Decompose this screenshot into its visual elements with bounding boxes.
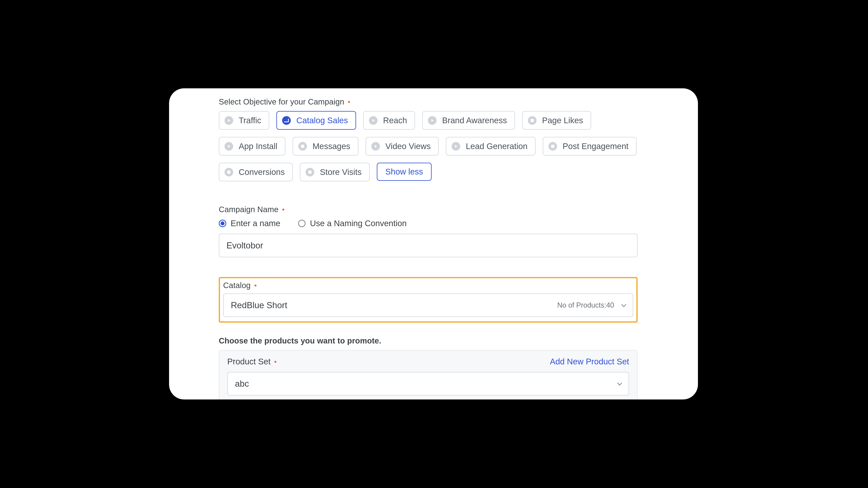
objective-traffic[interactable]: Traffic xyxy=(219,111,269,130)
objective-label-text: Select Objective for your Campaign xyxy=(219,97,344,106)
radio-label: Enter a name xyxy=(230,219,280,228)
required-dot-icon xyxy=(282,208,284,210)
campaign-name-input[interactable]: Evoltobor xyxy=(219,234,638,257)
objective-label-text: Traffic xyxy=(239,116,261,125)
objective-label-text: Messages xyxy=(312,141,350,151)
chat-icon xyxy=(298,142,307,151)
objective-label-text: Video Views xyxy=(385,141,431,151)
objective-label-text: Post Engagement xyxy=(563,141,628,151)
play-icon xyxy=(452,142,460,151)
required-dot-icon xyxy=(274,361,276,363)
catalog-select-right: No of Products:40 xyxy=(557,301,625,310)
add-new-product-set-link[interactable]: Add New Product Set xyxy=(550,357,629,366)
like-icon xyxy=(528,116,536,125)
like-icon xyxy=(549,142,557,151)
chevron-down-icon xyxy=(621,302,626,307)
required-dot-icon xyxy=(348,101,350,103)
objective-label-text: App Install xyxy=(239,141,277,151)
catalog-label: Catalog xyxy=(223,281,633,290)
catalog-select[interactable]: RedBlue Short No of Products:40 xyxy=(223,293,633,317)
store-icon xyxy=(306,168,314,176)
add-new-product-set-text: Add New Product Set xyxy=(550,357,629,366)
cart-icon xyxy=(282,116,291,125)
campaign-name-label: Campaign Name xyxy=(219,205,638,214)
name-mode-radio-group: Enter a name Use a Naming Convention xyxy=(219,219,638,228)
objective-pill-row: Traffic Catalog Sales Reach Brand Awaren… xyxy=(219,111,638,182)
choose-products-label: Choose the products you want to promote. xyxy=(219,336,638,345)
radio-naming-convention[interactable]: Use a Naming Convention xyxy=(298,219,407,228)
campaign-name-value: Evoltobor xyxy=(226,240,263,251)
objective-store-visits[interactable]: Store Visits xyxy=(300,163,370,182)
objective-label-text: Conversions xyxy=(239,167,285,177)
catalog-highlight-box: Catalog RedBlue Short No of Products:40 xyxy=(219,277,638,323)
catalog-label-text: Catalog xyxy=(223,281,251,290)
choose-products-text: Choose the products you want to promote. xyxy=(219,336,381,345)
objective-conversions[interactable]: Conversions xyxy=(219,163,293,182)
product-set-label: Product Set xyxy=(227,357,276,366)
product-set-panel-head: Product Set Add New Product Set xyxy=(227,357,629,366)
radio-label: Use a Naming Convention xyxy=(310,219,407,228)
objective-video-views[interactable]: Video Views xyxy=(366,137,439,156)
objective-post-engagement[interactable]: Post Engagement xyxy=(543,137,637,156)
radio-icon xyxy=(219,220,226,227)
objective-messages[interactable]: Messages xyxy=(292,137,358,156)
catalog-selected-value: RedBlue Short xyxy=(231,300,287,310)
play-icon xyxy=(371,142,380,151)
form-content: Select Objective for your Campaign Traff… xyxy=(219,97,638,399)
campaign-name-label-text: Campaign Name xyxy=(219,205,279,214)
objective-lead-generation[interactable]: Lead Generation xyxy=(446,137,536,156)
objective-app-install[interactable]: App Install xyxy=(219,137,285,156)
objective-catalog-sales[interactable]: Catalog Sales xyxy=(276,111,356,130)
objective-label-text: Catalog Sales xyxy=(296,116,348,125)
objective-brand-awareness[interactable]: Brand Awareness xyxy=(422,111,515,130)
objective-label-text: Reach xyxy=(383,116,407,125)
form-card: Select Objective for your Campaign Traff… xyxy=(169,88,698,399)
objective-label-text: Store Visits xyxy=(320,167,362,177)
catalog-product-count: No of Products:40 xyxy=(557,301,614,310)
radio-enter-name[interactable]: Enter a name xyxy=(219,219,280,228)
required-dot-icon xyxy=(254,285,256,287)
play-icon xyxy=(369,116,378,125)
play-icon xyxy=(224,142,233,151)
objective-label-text: Lead Generation xyxy=(466,141,528,151)
chevron-down-icon xyxy=(617,381,622,386)
objective-label-text: Brand Awareness xyxy=(442,116,507,125)
play-icon xyxy=(224,116,233,125)
objective-page-likes[interactable]: Page Likes xyxy=(522,111,591,130)
product-set-panel: Product Set Add New Product Set abc xyxy=(219,350,638,399)
objective-label-text: Page Likes xyxy=(542,116,583,125)
product-set-select[interactable]: abc xyxy=(227,372,629,395)
radio-icon xyxy=(298,220,306,227)
play-icon xyxy=(428,116,437,125)
show-less-button[interactable]: Show less xyxy=(377,163,431,181)
product-set-selected-value: abc xyxy=(235,379,249,389)
objective-label: Select Objective for your Campaign xyxy=(219,97,638,106)
product-set-label-text: Product Set xyxy=(227,357,271,366)
objective-reach[interactable]: Reach xyxy=(363,111,415,130)
show-less-label: Show less xyxy=(385,167,423,176)
conversions-icon xyxy=(224,168,233,176)
